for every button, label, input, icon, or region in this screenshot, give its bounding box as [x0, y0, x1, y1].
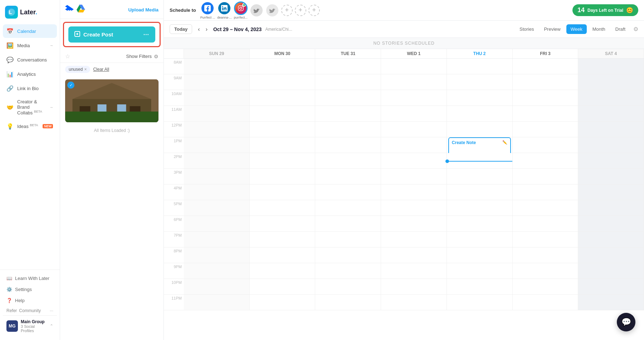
day-cell-1-row-6[interactable] — [250, 153, 316, 169]
add-profile-button-3[interactable]: + — [308, 5, 320, 16]
day-cell-0-row-2[interactable] — [184, 90, 250, 106]
sidebar-item-creator[interactable]: 🤝 Creator & BrandCollabs BETA → — [3, 96, 57, 119]
day-cell-1-row-0[interactable] — [250, 59, 316, 74]
day-cell-2-row-3[interactable] — [315, 106, 381, 122]
day-cell-4-row-11[interactable] — [447, 232, 513, 247]
day-cell-4-row-6[interactable] — [447, 153, 513, 169]
more-icon[interactable]: ··· — [50, 308, 53, 313]
day-cell-5-row-11[interactable] — [513, 232, 579, 247]
tab-draft[interactable]: Draft — [611, 24, 630, 34]
day-cell-2-row-8[interactable] — [315, 184, 381, 200]
sidebar-item-media[interactable]: 🖼️ Media → — [3, 39, 57, 52]
day-cell-5-row-15[interactable] — [513, 295, 579, 310]
tab-preview[interactable]: Preview — [540, 24, 565, 34]
day-cell-1-row-11[interactable] — [250, 232, 316, 247]
day-cell-3-row-13[interactable] — [381, 263, 447, 279]
day-cell-1-row-2[interactable] — [250, 90, 316, 106]
day-cell-4-row-8[interactable] — [447, 184, 513, 200]
tab-week[interactable]: Week — [566, 24, 587, 34]
day-cell-3-row-14[interactable] — [381, 279, 447, 295]
day-cell-3-row-5[interactable] — [381, 137, 447, 153]
today-button[interactable]: Today — [170, 24, 192, 34]
workspace-bar[interactable]: MG Main Group 3 Social Profiles ⌃ — [3, 315, 57, 337]
day-cell-1-row-5[interactable] — [250, 137, 316, 153]
day-cell-4-row-1[interactable] — [447, 74, 513, 90]
day-cell-6-row-8[interactable] — [578, 184, 644, 200]
day-cell-2-row-1[interactable] — [315, 74, 381, 90]
day-cell-2-row-4[interactable] — [315, 122, 381, 137]
day-cell-6-row-13[interactable] — [578, 263, 644, 279]
calendar-settings-icon[interactable]: ⚙ — [633, 26, 638, 33]
day-cell-3-row-3[interactable] — [381, 106, 447, 122]
day-cell-2-row-9[interactable] — [315, 200, 381, 216]
day-cell-4-row-4[interactable] — [447, 122, 513, 137]
day-cell-6-row-15[interactable] — [578, 295, 644, 310]
day-cell-0-row-1[interactable] — [184, 74, 250, 90]
day-cell-6-row-10[interactable] — [578, 216, 644, 232]
sidebar-item-settings[interactable]: ⚙️ Settings — [3, 284, 57, 295]
day-cell-6-row-3[interactable] — [578, 106, 644, 122]
day-cell-0-row-6[interactable] — [184, 153, 250, 169]
clear-all-button[interactable]: Clear All — [93, 67, 109, 72]
day-cell-2-row-15[interactable] — [315, 295, 381, 310]
day-cell-6-row-2[interactable] — [578, 90, 644, 106]
day-cell-4-row-0[interactable] — [447, 59, 513, 74]
day-cell-6-row-9[interactable] — [578, 200, 644, 216]
day-cell-3-row-8[interactable] — [381, 184, 447, 200]
workspace-chevron[interactable]: ⌃ — [50, 324, 53, 329]
day-cell-5-row-12[interactable] — [513, 247, 579, 263]
day-cell-5-row-10[interactable] — [513, 216, 579, 232]
day-cell-6-row-6[interactable] — [578, 153, 644, 169]
day-cell-5-row-3[interactable] — [513, 106, 579, 122]
day-cell-1-row-3[interactable] — [250, 106, 316, 122]
day-cell-1-row-14[interactable] — [250, 279, 316, 295]
day-cell-2-row-13[interactable] — [315, 263, 381, 279]
next-week-button[interactable]: › — [204, 25, 210, 34]
day-cell-0-row-3[interactable] — [184, 106, 250, 122]
day-cell-1-row-10[interactable] — [250, 216, 316, 232]
day-cell-0-row-4[interactable] — [184, 122, 250, 137]
day-cell-5-row-5[interactable] — [513, 137, 579, 153]
day-cell-2-row-6[interactable] — [315, 153, 381, 169]
day-cell-3-row-2[interactable] — [381, 90, 447, 106]
day-cell-0-row-7[interactable] — [184, 169, 250, 184]
media-thumbnail[interactable]: ✓ — [65, 79, 158, 122]
day-cell-3-row-4[interactable] — [381, 122, 447, 137]
day-cell-4-row-10[interactable] — [447, 216, 513, 232]
day-cell-4-row-5[interactable]: Create Note✏️ — [447, 137, 513, 153]
profile-avatar-tw1[interactable] — [250, 4, 263, 17]
day-cell-6-row-12[interactable] — [578, 247, 644, 263]
sidebar-item-learn[interactable]: 📖 Learn With Later — [3, 273, 57, 284]
day-cell-5-row-7[interactable] — [513, 169, 579, 184]
day-cell-1-row-7[interactable] — [250, 169, 316, 184]
day-cell-5-row-13[interactable] — [513, 263, 579, 279]
sidebar-item-analytics[interactable]: 📊 Analytics — [3, 67, 57, 81]
day-cell-6-row-7[interactable] — [578, 169, 644, 184]
add-profile-button-1[interactable]: + — [281, 5, 293, 16]
create-post-button[interactable]: Create Post ⋯ — [68, 26, 155, 43]
profile-avatar-tw2[interactable] — [265, 4, 279, 17]
day-cell-6-row-11[interactable] — [578, 232, 644, 247]
day-cell-2-row-7[interactable] — [315, 169, 381, 184]
day-cell-4-row-12[interactable] — [447, 247, 513, 263]
day-cell-2-row-10[interactable] — [315, 216, 381, 232]
show-filters-button[interactable]: Show Filters ⚙ — [126, 54, 158, 59]
day-cell-6-row-1[interactable] — [578, 74, 644, 90]
star-icon[interactable]: ☆ — [65, 53, 70, 60]
profile-avatar-fb[interactable] — [201, 1, 214, 15]
day-cell-5-row-9[interactable] — [513, 200, 579, 216]
day-cell-5-row-2[interactable] — [513, 90, 579, 106]
tab-stories[interactable]: Stories — [515, 24, 538, 34]
day-cell-5-row-8[interactable] — [513, 184, 579, 200]
day-cell-3-row-10[interactable] — [381, 216, 447, 232]
day-cell-1-row-4[interactable] — [250, 122, 316, 137]
day-cell-5-row-4[interactable] — [513, 122, 579, 137]
day-cell-3-row-15[interactable] — [381, 295, 447, 310]
day-cell-4-row-14[interactable] — [447, 279, 513, 295]
day-cell-1-row-13[interactable] — [250, 263, 316, 279]
day-cell-6-row-0[interactable] — [578, 59, 644, 74]
day-cell-3-row-0[interactable] — [381, 59, 447, 74]
day-cell-1-row-9[interactable] — [250, 200, 316, 216]
upload-media-button[interactable]: Upload Media — [128, 7, 158, 13]
day-cell-0-row-5[interactable] — [184, 137, 250, 153]
